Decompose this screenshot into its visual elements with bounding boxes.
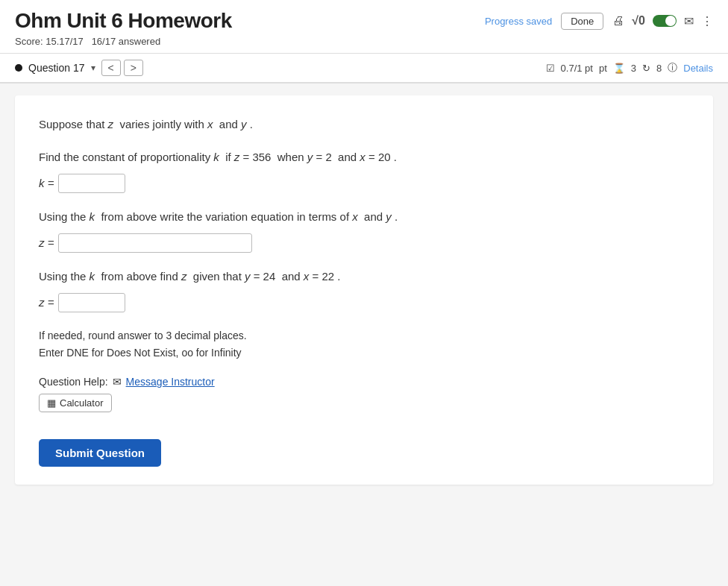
- part2-text: Using the k from above write the variati…: [39, 208, 689, 226]
- score-line: Score: 15.17/17 16/17 answered: [15, 36, 713, 47]
- help-label: Question Help:: [39, 376, 108, 388]
- note-section: If needed, round answer to 3 decimal pla…: [39, 327, 689, 363]
- retries-value: 8: [656, 63, 662, 74]
- part1-label: k =: [39, 177, 54, 189]
- more-icon: ⋮: [701, 14, 713, 28]
- retries-icon: ↻: [642, 63, 650, 74]
- help-envelope-icon: ✉: [113, 376, 122, 388]
- points-value: 0.7/1 pt: [561, 63, 593, 74]
- part2-input-row: z =: [39, 233, 689, 253]
- question-dropdown-arrow[interactable]: ▾: [91, 63, 95, 73]
- note-line1: If needed, round answer to 3 decimal pla…: [39, 327, 689, 345]
- score-value: Score: 15.17/17: [15, 36, 84, 47]
- part1-input[interactable]: [58, 174, 125, 193]
- part3-label: z =: [39, 296, 54, 309]
- toggle-thumb: [665, 16, 676, 26]
- part1-text: Find the constant of proportionality k i…: [39, 148, 689, 166]
- header-right: Progress saved Done 🖨 √0 ✉: [485, 13, 713, 30]
- toggle-track: [653, 15, 677, 27]
- main-content: Suppose that z varies jointly with x and…: [15, 95, 713, 485]
- progress-saved-label: Progress saved: [485, 16, 552, 27]
- part3-input-row: z =: [39, 293, 689, 312]
- attempts-icon: ⌛: [613, 63, 625, 74]
- pt-label: pt: [599, 63, 607, 74]
- sqrt-icon: √0: [632, 14, 645, 28]
- sqrt-button[interactable]: √0: [632, 14, 645, 28]
- envelope-icon: ✉: [684, 14, 694, 28]
- done-button[interactable]: Done: [561, 13, 603, 30]
- question-nav-left: Question 17 ▾ < >: [15, 60, 143, 76]
- note-line2: Enter DNE for Does Not Exist, oo for Inf…: [39, 344, 689, 362]
- answered-value: 16/17 answered: [92, 36, 161, 47]
- print-button[interactable]: 🖨: [612, 14, 624, 28]
- message-instructor-link[interactable]: Message Instructor: [126, 376, 215, 388]
- part2-label: z =: [39, 236, 54, 249]
- checkmark-icon: ☑: [546, 63, 555, 74]
- part3-input[interactable]: [58, 293, 125, 312]
- question-help: Question Help: ✉ Message Instructor: [39, 376, 689, 388]
- part3-text: Using the k from above find z given that…: [39, 268, 689, 286]
- header-icons: 🖨 √0 ✉ ⋮: [612, 14, 713, 28]
- part1-input-row: k =: [39, 174, 689, 193]
- submit-button[interactable]: Submit Question: [39, 439, 161, 467]
- page-container: Ohm Unit 6 Homework Progress saved Done …: [0, 0, 728, 586]
- info-icon: ⓘ: [668, 61, 677, 75]
- more-menu-button[interactable]: ⋮: [701, 14, 713, 28]
- calculator-button[interactable]: ▦ Calculator: [39, 394, 112, 412]
- question-nav: Question 17 ▾ < > ☑ 0.7/1 pt pt ⌛ 3 ↻ 8 …: [0, 54, 728, 84]
- print-icon: 🖨: [612, 14, 624, 28]
- page-title: Ohm Unit 6 Homework: [15, 9, 232, 33]
- header: Ohm Unit 6 Homework Progress saved Done …: [0, 0, 728, 54]
- question-label: Question 17: [28, 62, 85, 74]
- message-icon-button[interactable]: ✉: [684, 14, 694, 28]
- attempts-value: 3: [631, 63, 636, 74]
- question-dot: [15, 64, 22, 72]
- problem-intro: Suppose that z varies jointly with x and…: [39, 116, 689, 133]
- prev-question-button[interactable]: <: [101, 60, 121, 76]
- calculator-label: Calculator: [60, 397, 104, 409]
- part2-input[interactable]: [58, 233, 252, 253]
- details-link[interactable]: Details: [683, 63, 713, 74]
- nav-arrows: < >: [101, 60, 143, 76]
- toggle-switch[interactable]: [653, 15, 677, 27]
- question-nav-right: ☑ 0.7/1 pt pt ⌛ 3 ↻ 8 ⓘ Details: [546, 61, 713, 75]
- calculator-icon: ▦: [47, 397, 56, 409]
- next-question-button[interactable]: >: [124, 60, 143, 76]
